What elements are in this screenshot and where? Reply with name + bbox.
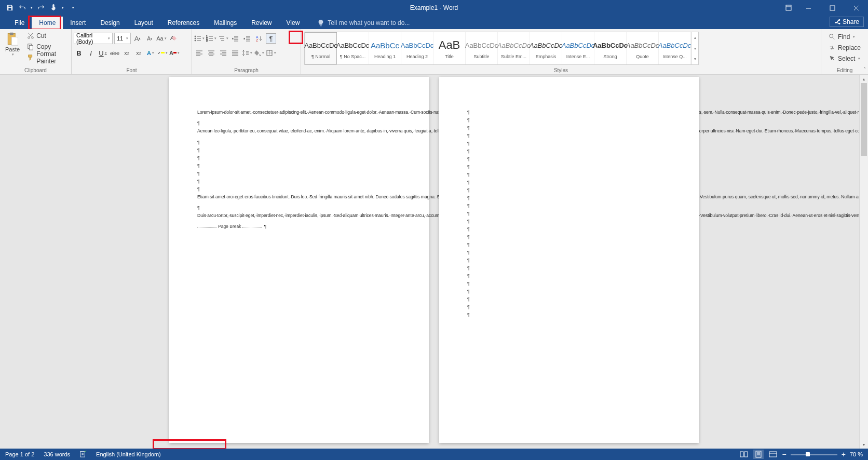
tab-layout[interactable]: Layout [127,17,160,29]
word-count[interactable]: 336 words [44,451,70,457]
tab-references[interactable]: References [160,17,207,29]
clear-formatting-button[interactable]: A [168,33,179,44]
style-item[interactable]: AaBbCcDcSubtitle [466,32,498,64]
format-painter-button[interactable]: Format Painter [25,52,69,63]
select-icon [829,55,836,62]
bullets-button[interactable]: ▾ [194,33,205,44]
borders-button[interactable]: ▾ [266,48,276,58]
close-button[interactable] [844,0,868,16]
style-item[interactable]: AaBbCcDcIntense Q... [659,32,691,64]
font-size-select[interactable]: 11▾ [114,33,131,44]
align-left-button[interactable] [194,48,205,58]
find-button[interactable]: Find▾ [826,32,863,42]
touch-mode-icon[interactable] [48,2,59,13]
tab-view[interactable]: View [279,17,307,29]
zoom-out-button[interactable]: − [782,450,786,458]
multilevel-list-button[interactable]: ▾ [218,33,228,44]
collapse-ribbon-icon[interactable]: ˄ [863,66,866,72]
tell-me-placeholder: Tell me what you want to do... [328,19,410,26]
strikethrough-button[interactable]: abc [110,48,120,58]
style-item[interactable]: AaBbCcDcQuote [627,32,659,64]
scroll-down-icon[interactable]: ▾ [860,440,868,449]
tab-insert[interactable]: Insert [63,17,93,29]
page-count[interactable]: Page 1 of 2 [5,451,34,457]
highlight-home-tab [28,16,61,30]
touch-dropdown-icon[interactable]: ▾ [60,2,65,13]
undo-icon[interactable] [17,2,28,13]
grow-font-button[interactable]: A▴ [132,33,143,44]
line-spacing-button[interactable]: ▾ [242,48,252,58]
undo-dropdown-icon[interactable]: ▾ [29,2,34,13]
scroll-thumb[interactable] [861,83,867,156]
cut-button[interactable]: Cut [25,31,69,41]
scroll-up-icon[interactable]: ▴ [860,75,868,83]
align-center-icon [208,49,215,57]
subscript-button[interactable]: x2 [121,48,132,58]
zoom-level[interactable]: 70 % [850,451,863,457]
paste-button[interactable]: Paste ▾ [2,31,23,58]
decrease-indent-button[interactable] [230,33,240,44]
empty-para: ¶ [467,195,671,201]
sort-button[interactable]: AZ [254,33,264,44]
change-case-button[interactable]: Aa▾ [156,33,167,44]
tab-design[interactable]: Design [93,17,127,29]
zoom-in-button[interactable]: + [842,450,846,458]
styles-gallery-more[interactable]: ▴▾▾ [691,32,698,64]
empty-para: ¶ [467,304,671,310]
styles-gallery[interactable]: AaBbCcDc¶ NormalAaBbCcDc¶ No Spac...AaBb… [304,32,699,65]
tab-mailings[interactable]: Mailings [207,17,244,29]
select-button[interactable]: Select▾ [826,53,863,64]
empty-para: ¶ [467,265,671,271]
empty-para: ¶ [197,163,401,169]
minimize-button[interactable] [796,0,820,16]
page-1[interactable]: Lorem·ipsum·dolor·sit·amet,·consectetuer… [169,77,429,443]
style-item[interactable]: AaBbCcDcHeading 2 [401,32,433,64]
tab-review[interactable]: Review [244,17,279,29]
web-layout-icon[interactable] [768,450,778,459]
ribbon-options-icon[interactable] [781,0,796,16]
bold-button[interactable]: B [74,48,84,58]
spell-check-icon[interactable] [79,450,87,458]
inc-indent-icon [243,35,251,42]
numbering-button[interactable]: 123▾ [206,33,216,44]
font-name-select[interactable]: Calibri (Body)▾ [74,33,113,44]
style-item[interactable]: AaBbCcDcIntense E... [562,32,594,64]
redo-icon[interactable] [35,2,47,13]
shading-button[interactable]: ▾ [254,48,264,58]
underline-button[interactable]: U▾ [98,48,108,58]
shrink-font-button[interactable]: A▾ [144,33,155,44]
language-status[interactable]: English (United Kingdom) [96,451,161,457]
justify-button[interactable] [230,48,240,58]
superscript-button[interactable]: x2 [133,48,144,58]
vertical-scrollbar[interactable]: ▴ ▾ [859,75,868,449]
italic-button[interactable]: I [86,48,96,58]
empty-para: ¶ [197,178,401,184]
style-item[interactable]: AaBbCcHeading 1 [369,32,401,64]
show-hide-pilcrow-button[interactable]: ¶ [266,33,276,44]
maximize-button[interactable] [820,0,844,16]
replace-button[interactable]: Replace [826,43,863,53]
align-right-button[interactable] [218,48,228,58]
save-icon[interactable] [4,2,16,13]
increase-indent-button[interactable] [242,33,252,44]
style-item[interactable]: AaBTitle [433,32,466,64]
print-layout-icon[interactable] [753,450,764,459]
font-color-button[interactable]: A▾ [169,48,180,58]
style-item[interactable]: AaBbCcDcSubtle Em... [498,32,530,64]
style-item[interactable]: AaBbCcDc¶ No Spac... [337,32,369,64]
align-center-button[interactable] [206,48,216,58]
style-item[interactable]: AaBbCcDcEmphasis [530,32,562,64]
tell-me-search[interactable]: Tell me what you want to do... [312,17,415,29]
style-item[interactable]: AaBbCcDc¶ Normal [305,32,337,64]
highlight-button[interactable]: ▾ [157,48,168,58]
qat-customize-icon[interactable]: ▾ [70,2,77,13]
text-effects-button[interactable]: A▾ [145,48,156,58]
share-button[interactable]: Share [830,17,864,27]
style-item[interactable]: AaBbCcDcStrong [594,32,627,64]
group-clipboard: Paste ▾ Cut Copy Format Painter Clipboar… [0,29,72,74]
page-2[interactable]: ¶¶¶¶¶¶¶¶¶¶¶¶¶¶¶¶¶¶¶¶¶¶¶¶¶¶¶ [439,77,699,443]
quick-access-toolbar: ▾ ▾ ▾ [0,2,77,13]
read-mode-icon[interactable] [739,450,749,459]
empty-para: ¶ [467,187,671,193]
zoom-slider[interactable] [791,454,837,455]
